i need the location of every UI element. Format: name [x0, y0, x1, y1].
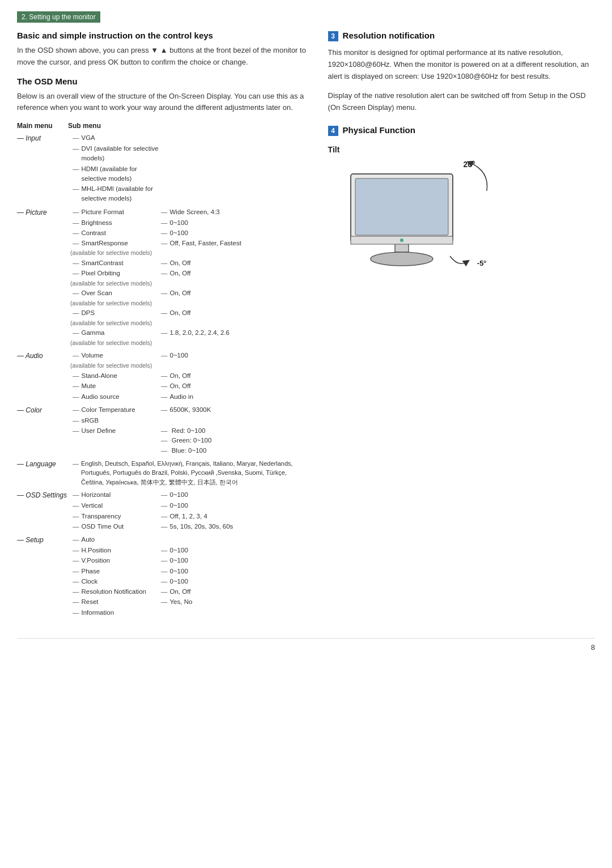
tilt-diagram: 20°	[334, 160, 492, 273]
main-label-language: — Language	[17, 459, 68, 469]
left-column: Basic and simple instruction on the cont…	[17, 31, 311, 621]
sub-label-language: — English, Deutsch, Español, Ελληνική, F…	[68, 459, 311, 487]
menu-row: — HDMI (available for selective models)	[17, 164, 311, 184]
sub-note: (available for selective models)	[68, 279, 159, 288]
menu-row: — OSD Time Out — 5s, 10s, 20s, 30s, 60s	[17, 522, 311, 531]
menu-row: — Setup — Auto	[17, 535, 311, 545]
sub-label: — Phase	[68, 567, 159, 576]
sub-label: — Pixel Orbiting	[68, 269, 159, 278]
val-entry: — 0~100	[159, 351, 311, 360]
val-entry: — On, Off	[159, 587, 311, 597]
sub-label: — Over Scan	[68, 288, 159, 298]
menu-group-color: — Color — Color Temperature — 6500K, 930…	[17, 405, 311, 456]
sub-label: — Resolution Notification	[68, 587, 159, 597]
main-label-audio: — Audio	[17, 351, 68, 361]
sub-label: — User Define	[68, 426, 159, 436]
sub-label: — Audio source	[68, 392, 159, 402]
menu-row: — MHL-HDMI (available for selective mode…	[17, 184, 311, 204]
val-entry: — 1.8, 2.0, 2.2, 2.4, 2.6	[159, 328, 311, 338]
val-entry: — On, Off	[159, 371, 311, 381]
tilt-section: Tilt 20°	[328, 145, 595, 273]
right-column: 3 Resolution notification This monitor i…	[328, 31, 595, 621]
main-label-osd-settings: — OSD Settings	[17, 490, 68, 500]
tilt-angle-down: -5°	[477, 259, 487, 267]
svg-point-3	[371, 252, 433, 266]
val-entry: — 0~100	[159, 218, 311, 228]
tilt-label: Tilt	[328, 145, 595, 154]
menu-row: — Resolution Notification — On, Off	[17, 587, 311, 597]
menu-row: — Contrast — 0~100	[17, 228, 311, 238]
menu-row: — Picture — Picture Format — Wide Screen…	[17, 207, 311, 218]
sub-label: — HDMI (available for selective models)	[68, 164, 159, 184]
basic-body: In the OSD shown above, you can press ▼ …	[17, 45, 311, 69]
col-sub-header: Sub menu	[68, 122, 159, 130]
menu-row: — OSD Settings — Horizontal — 0~100	[17, 490, 311, 500]
sub-label: — Clock	[68, 577, 159, 586]
sub-label: — Contrast	[68, 228, 159, 238]
sub-label: — Gamma	[68, 328, 159, 338]
menu-row: — Color — Color Temperature — 6500K, 930…	[17, 405, 311, 415]
menu-row: — H.Position — 0~100	[17, 546, 311, 555]
sub-label: — Reset	[68, 597, 159, 607]
val-entry: — 0~100	[159, 228, 311, 238]
menu-row: — DPS — On, Off	[17, 308, 311, 318]
menu-group-osd-settings: — OSD Settings — Horizontal — 0~100 — Ve…	[17, 490, 311, 531]
basic-title: Basic and simple instruction on the cont…	[17, 31, 311, 40]
section-3-body2: Display of the native resolution alert c…	[328, 90, 595, 114]
sub-note: (available for selective models)	[68, 361, 159, 371]
menu-row: (available for selective models)	[17, 319, 311, 328]
sub-label: — DVI (available for selective models)	[68, 144, 159, 164]
val-entry: — 0~100	[159, 556, 311, 565]
val-entry: — On, Off	[159, 258, 311, 268]
sub-label: — OSD Time Out	[68, 522, 159, 531]
sub-label: — SmartContrast	[68, 258, 159, 268]
main-label-input: — Input	[17, 133, 68, 143]
sub-label-transparency: — Transparency	[68, 512, 159, 521]
sub-label: — Picture Format	[68, 207, 159, 217]
svg-rect-1	[355, 178, 448, 235]
menu-row: — SmartResponse — Off, Fast, Faster, Fas…	[17, 239, 311, 248]
menu-row: — Stand-Alone — On, Off	[17, 371, 311, 381]
tilt-arc-down-icon	[447, 253, 470, 270]
val-entry: — On, Off	[159, 288, 311, 298]
val-entry: — Wide Screen, 4:3	[159, 207, 311, 217]
main-label-picture: — Picture	[17, 207, 68, 218]
osd-menu-title: The OSD Menu	[17, 76, 311, 86]
menu-row: (available for selective models)	[17, 249, 311, 258]
menu-row: — Mute — On, Off	[17, 381, 311, 391]
menu-row: — Phase — 0~100	[17, 567, 311, 576]
val-entry: — 0~100	[159, 546, 311, 555]
menu-row: — Information	[17, 608, 311, 618]
menu-row: — Reset — Yes, No	[17, 597, 311, 607]
menu-group-input: — Input — VGA — DVI (available for selec…	[17, 133, 311, 204]
val-entry: — 6500K, 9300K	[159, 405, 311, 415]
section-4-title: Physical Function	[343, 125, 415, 135]
section-4: 4 Physical Function	[328, 125, 595, 136]
menu-row: — sRGB	[17, 416, 311, 426]
sub-label: — sRGB	[68, 416, 159, 426]
menu-row: — Over Scan — On, Off	[17, 288, 311, 298]
svg-point-5	[400, 239, 403, 242]
val-entry: — 5s, 10s, 20s, 30s, 60s	[159, 522, 311, 531]
menu-row: — Language — English, Deutsch, Español, …	[17, 459, 311, 487]
osd-structure-table: Main menu Sub menu — Input — VGA — DVI (…	[17, 122, 311, 618]
menu-row: — Audio — Volume — 0~100	[17, 351, 311, 361]
sub-label: — Volume	[68, 351, 159, 360]
sub-label: — MHL-HDMI (available for selective mode…	[68, 184, 159, 204]
menu-row: — User Define — Red: 0~100 — Green: 0~10…	[17, 426, 311, 456]
menu-group-audio: — Audio — Volume — 0~100 (available for …	[17, 351, 311, 402]
sub-note: (available for selective models)	[68, 319, 159, 328]
sub-label: — Information	[68, 608, 159, 618]
section-3-badge: 3	[328, 31, 338, 41]
menu-row: (available for selective models)	[17, 299, 311, 308]
sub-label: — H.Position	[68, 546, 159, 555]
menu-row: — Clock — 0~100	[17, 577, 311, 586]
sub-label: — SmartResponse	[68, 239, 159, 248]
col-val-header	[159, 122, 311, 130]
val-entry: — On, Off	[159, 269, 311, 278]
table-header-row: Main menu Sub menu	[17, 122, 311, 130]
sub-label: — Mute	[68, 381, 159, 391]
section-4-badge: 4	[328, 126, 338, 136]
osd-body: Below is an overall view of the structur…	[17, 91, 311, 114]
val-entry: — On, Off	[159, 381, 311, 391]
